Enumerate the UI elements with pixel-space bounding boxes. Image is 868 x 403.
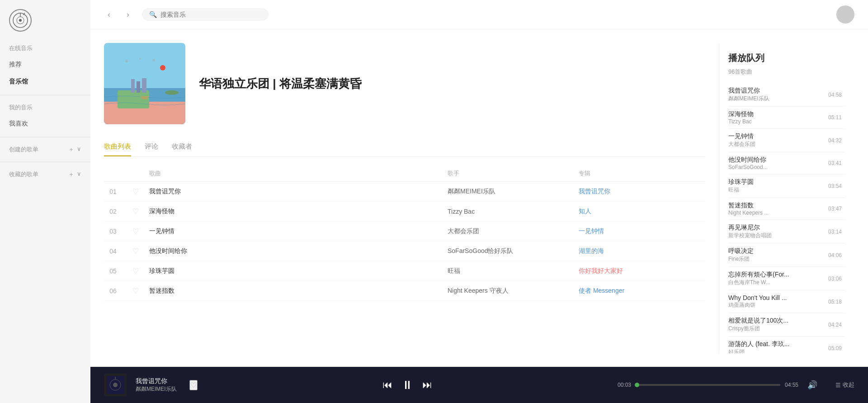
- queue-item-duration: 04:06: [828, 252, 842, 258]
- queue-item-name: 深海怪物: [728, 110, 825, 118]
- avatar[interactable]: [836, 5, 854, 23]
- svg-rect-9: [131, 79, 135, 93]
- queue-item-artist: 鸡蛋蒸肉饼: [728, 301, 825, 309]
- player-thumb-image: [104, 374, 127, 396]
- song-artist: Night Keepers 守夜人: [448, 287, 574, 295]
- sidebar-item-favorites[interactable]: 我喜欢: [0, 115, 90, 132]
- app-logo: [9, 9, 32, 32]
- queue-item[interactable]: 呼吸决定 Fine乐团 04:06: [728, 244, 845, 267]
- table-row[interactable]: 02 ♡ 深海怪物 Tizzy Bac 知人: [104, 202, 705, 221]
- tab-collectors[interactable]: 收藏者: [172, 138, 192, 156]
- queue-item-artist: Crispy脆乐团: [728, 325, 825, 333]
- bottom-player: 我曾诅咒你 粼粼MEIMEI乐队 ♡ ⏮ ⏸ ⏭ 00:03 04:55 🔊: [90, 367, 868, 403]
- song-name: 一见钟情: [149, 227, 443, 235]
- queue-item-info: 再见琳尼尔 新学校宠物合唱团: [728, 224, 825, 239]
- sidebar-item-music-hall[interactable]: 音乐馆: [0, 73, 90, 90]
- tab-song-list[interactable]: 歌曲列表: [104, 138, 131, 156]
- expand-created-icon[interactable]: ∨: [77, 145, 81, 154]
- player-controls: ⏮ ⏸ ⏭: [382, 378, 432, 392]
- tab-comments[interactable]: 评论: [145, 138, 158, 156]
- song-name: 他没时间给你: [149, 247, 443, 255]
- queue-item[interactable]: 珍珠芋圆 旺福 03:54: [728, 174, 845, 198]
- queue-item-name: 他没时间给你: [728, 156, 825, 164]
- song-rows: 01 ♡ 我曾诅咒你 粼粼MEIMEI乐队 我曾诅咒你 02 ♡ 深海怪物 Ti…: [104, 182, 705, 301]
- top-bar: ‹ › 🔍: [90, 0, 868, 29]
- song-heart-button[interactable]: ♡: [127, 286, 145, 295]
- table-row[interactable]: 01 ♡ 我曾诅咒你 粼粼MEIMEI乐队 我曾诅咒你: [104, 182, 705, 202]
- back-button[interactable]: ‹: [104, 8, 114, 21]
- queue-item-duration: 03:41: [828, 160, 842, 166]
- queue-item-info: 我曾诅咒你 粼粼MEIMEI乐队: [728, 87, 825, 103]
- song-album: 一见钟情: [579, 227, 705, 235]
- search-box: 🔍: [142, 8, 269, 21]
- add-created-icon[interactable]: ＋: [68, 145, 74, 154]
- queue-item-artist: 粼粼MEIMEI乐队: [728, 95, 825, 103]
- queue-item[interactable]: Why Don't You Kill ... 鸡蛋蒸肉饼 05:18: [728, 291, 845, 313]
- table-row[interactable]: 05 ♡ 珍珠芋圆 旺福 你好我好大家好: [104, 261, 705, 281]
- created-playlists-label: 创建的歌单: [9, 145, 38, 154]
- queue-item-name: 一见钟情: [728, 132, 825, 141]
- collapse-queue-button[interactable]: ☰ 收起: [835, 381, 854, 389]
- song-heart-button[interactable]: ♡: [127, 247, 145, 255]
- song-heart-button[interactable]: ♡: [127, 227, 145, 235]
- queue-item-info: 他没时间给你 SoFarSoGood...: [728, 156, 825, 170]
- table-row[interactable]: 04 ♡ 他没时间给你 SoFarSoGood恰好乐队 湖里的海: [104, 241, 705, 261]
- queue-item[interactable]: 再见琳尼尔 新学校宠物合唱团 03:14: [728, 220, 845, 244]
- next-button[interactable]: ⏭: [422, 379, 432, 391]
- queue-item[interactable]: 深海怪物 Tizzy Bac 05:11: [728, 107, 845, 129]
- queue-panel: 播放队列 96首歌曲 我曾诅咒你 粼粼MEIMEI乐队 04:58 深海怪物 T…: [719, 43, 854, 353]
- queue-item-duration: 03:14: [828, 229, 842, 235]
- content-area: 华语独立乐团 | 将温柔塞满黄昏 歌曲列表 评论 收藏者 歌曲 歌手: [90, 29, 868, 367]
- svg-rect-10: [137, 81, 140, 93]
- table-row[interactable]: 06 ♡ 暂迷指数 Night Keepers 守夜人 使者 Messenger: [104, 281, 705, 301]
- queue-item-name: 忘掉所有烦心事(For...: [728, 271, 825, 279]
- sidebar-item-recommend[interactable]: 推荐: [0, 56, 90, 73]
- queue-item-duration: 03:47: [828, 206, 842, 212]
- song-heart-button[interactable]: ♡: [127, 187, 145, 196]
- queue-item[interactable]: 游荡的人 (feat. 李玖... 好乐团 05:09: [728, 337, 845, 353]
- player-heart-button[interactable]: ♡: [189, 380, 198, 390]
- queue-item[interactable]: 暂迷指数 Night Keepers ... 03:47: [728, 198, 845, 220]
- queue-item-name: 暂迷指数: [728, 202, 825, 210]
- sidebar: 在线音乐 推荐 音乐馆 我的音乐 我喜欢 创建的歌单 ＋ ∨ 收藏的歌单 ＋ ∨: [0, 0, 90, 403]
- song-album: 湖里的海: [579, 247, 705, 255]
- add-saved-icon[interactable]: ＋: [68, 170, 74, 178]
- queue-item-artist: 大都会乐团: [728, 141, 825, 148]
- sidebar-online-music-label: 在线音乐: [0, 41, 90, 56]
- search-input[interactable]: [160, 11, 261, 18]
- expand-saved-icon[interactable]: ∨: [77, 170, 81, 178]
- song-heart-button[interactable]: ♡: [127, 207, 145, 216]
- queue-item-duration: 03:06: [828, 276, 842, 282]
- table-row[interactable]: 03 ♡ 一见钟情 大都会乐团 一见钟情: [104, 221, 705, 241]
- prev-button[interactable]: ⏮: [382, 379, 392, 391]
- queue-item-duration: 04:58: [828, 92, 842, 98]
- song-artist: SoFarSoGood恰好乐队: [448, 247, 574, 255]
- svg-rect-11: [142, 78, 146, 93]
- sidebar-logo: [0, 9, 90, 41]
- song-number: 02: [104, 208, 122, 215]
- search-icon: 🔍: [149, 11, 157, 18]
- queue-item-duration: 05:09: [828, 345, 842, 351]
- forward-button[interactable]: ›: [123, 8, 133, 21]
- queue-item[interactable]: 一见钟情 大都会乐团 04:32: [728, 129, 845, 152]
- volume-button[interactable]: 🔊: [807, 380, 817, 390]
- queue-item[interactable]: 忘掉所有烦心事(For... 白色海岸The W... 03:06: [728, 267, 845, 291]
- queue-item[interactable]: 他没时间给你 SoFarSoGood... 03:41: [728, 152, 845, 174]
- queue-item[interactable]: 我曾诅咒你 粼粼MEIMEI乐队 04:58: [728, 83, 845, 107]
- queue-item-duration: 05:18: [828, 299, 842, 305]
- svg-point-19: [113, 383, 118, 387]
- saved-playlists-actions: ＋ ∨: [68, 170, 81, 178]
- pause-button[interactable]: ⏸: [401, 378, 413, 392]
- svg-point-15: [160, 65, 165, 70]
- player-thumb: [104, 374, 127, 396]
- song-name: 深海怪物: [149, 207, 443, 216]
- song-heart-button[interactable]: ♡: [127, 267, 145, 275]
- col-song: 歌曲: [149, 169, 443, 178]
- song-album: 我曾诅咒你: [579, 187, 705, 196]
- progress-bar[interactable]: [636, 384, 780, 386]
- svg-point-16: [165, 90, 179, 95]
- col-album: 专辑: [579, 169, 705, 178]
- time-total: 04:55: [785, 382, 798, 388]
- queue-item[interactable]: 相爱就是说了100次... Crispy脆乐团 04:24: [728, 313, 845, 337]
- song-number: 05: [104, 267, 122, 275]
